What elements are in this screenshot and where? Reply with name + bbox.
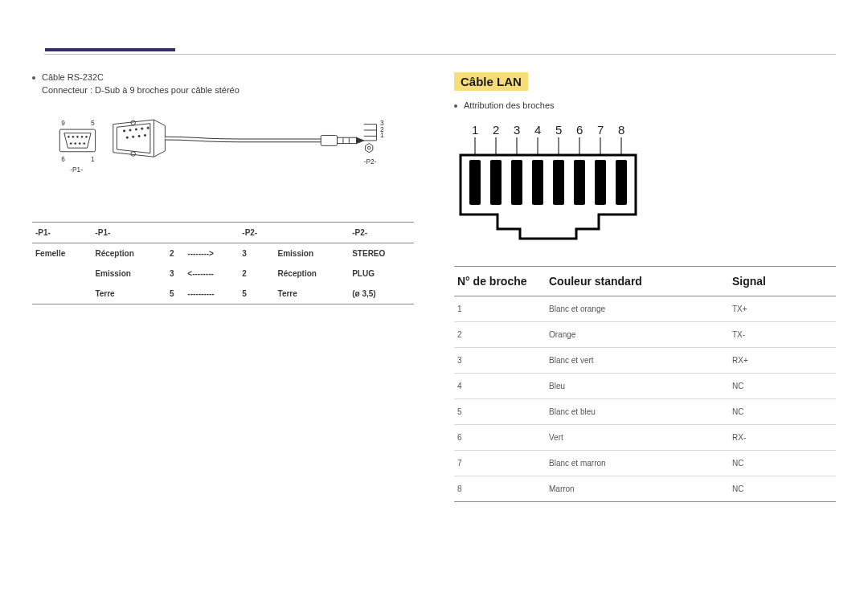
svg-point-15 <box>141 128 143 129</box>
accent-bar <box>45 48 175 51</box>
th <box>166 223 184 243</box>
pin-num: 5 <box>555 123 562 137</box>
svg-rect-45 <box>574 160 585 205</box>
td: Bleu <box>546 374 729 399</box>
th <box>275 223 350 243</box>
td: Terre <box>275 284 350 304</box>
table-row: 5Blanc et bleuNC <box>454 399 836 425</box>
th: -P1- <box>92 223 166 243</box>
pin-num: 4 <box>534 123 541 137</box>
td: 5 <box>166 284 184 304</box>
td: NC <box>729 451 836 476</box>
table-row: Femelle Réception 2 --------> 3 Emission… <box>32 243 414 264</box>
svg-rect-42 <box>511 160 522 205</box>
bullet-lan: Attribution des broches <box>454 100 836 110</box>
bullet-lan-text: Attribution des broches <box>464 100 555 110</box>
td: Blanc et bleu <box>546 399 729 425</box>
svg-point-19 <box>138 135 140 137</box>
svg-marker-30 <box>366 144 373 153</box>
svg-point-2 <box>72 136 74 137</box>
label-9: 9 <box>61 119 65 127</box>
td <box>32 284 92 304</box>
th: -P2- <box>239 223 274 243</box>
pin-num: 2 <box>493 123 499 137</box>
td: 8 <box>454 476 546 502</box>
svg-point-12 <box>124 130 125 132</box>
td: STEREO <box>349 243 414 264</box>
td: 1 <box>454 296 546 322</box>
svg-rect-43 <box>532 160 543 205</box>
td: Blanc et orange <box>546 296 729 322</box>
svg-rect-46 <box>595 160 606 205</box>
svg-point-31 <box>367 146 371 149</box>
svg-rect-21 <box>321 135 337 145</box>
rs232-table: -P1- -P1- -P2- -P2- Femelle Réception 2 … <box>32 222 414 304</box>
svg-rect-40 <box>469 160 481 205</box>
td: 5 <box>239 284 274 304</box>
td: 5 <box>454 399 546 425</box>
td: Réception <box>92 243 166 264</box>
td: 3 <box>239 243 274 264</box>
page-container: Câble RS-232C Connecteur : D-Sub à 9 bro… <box>0 0 868 534</box>
svg-point-18 <box>133 136 134 137</box>
td: Emission <box>275 243 350 264</box>
label-1: 1 <box>91 155 95 163</box>
left-column: Câble RS-232C Connecteur : D-Sub à 9 bro… <box>32 48 430 502</box>
lan-heading: Câble LAN <box>454 72 528 91</box>
svg-point-14 <box>135 129 137 130</box>
bullet-icon <box>32 76 35 80</box>
td: 6 <box>454 425 546 451</box>
pin-num: 7 <box>597 123 604 137</box>
svg-rect-47 <box>616 160 627 205</box>
td: RX- <box>729 425 836 451</box>
th-signal: Signal <box>729 267 836 296</box>
rs232-diagram: 9 5 6 1 -P1- <box>32 111 402 207</box>
td: Blanc et marron <box>546 451 729 476</box>
svg-point-10 <box>131 121 136 125</box>
pin-num: 8 <box>618 123 624 137</box>
table-row: Terre 5 ---------- 5 Terre (ø 3,5) <box>32 284 414 304</box>
td: NC <box>729 476 836 502</box>
table-row: 1Blanc et orangeTX+ <box>454 296 836 322</box>
bullet-icon <box>454 104 457 108</box>
table-row: 3Blanc et vertRX+ <box>454 348 836 374</box>
table-row: 4BleuNC <box>454 374 836 399</box>
label-5: 5 <box>91 119 95 127</box>
lan-pin-table: N° de broche Couleur standard Signal 1Bl… <box>454 266 836 502</box>
rj45-diagram: 1 2 3 4 5 6 7 8 <box>454 120 671 248</box>
td: 4 <box>454 374 546 399</box>
td: Vert <box>546 425 729 451</box>
th-pin: N° de broche <box>454 267 546 296</box>
td: --------> <box>184 243 239 264</box>
td: Orange <box>546 322 729 348</box>
svg-point-20 <box>144 134 145 136</box>
svg-point-4 <box>81 136 83 137</box>
svg-point-6 <box>70 143 72 145</box>
svg-point-16 <box>147 127 149 129</box>
td: (ø 3,5) <box>349 284 414 304</box>
label-p2: -P2- <box>364 157 377 166</box>
td: Marron <box>546 476 729 502</box>
svg-point-9 <box>84 143 85 145</box>
td: RX+ <box>729 348 836 374</box>
td <box>32 264 92 284</box>
label-r1: 1 <box>380 131 384 139</box>
th <box>184 223 239 243</box>
table-row: Emission 3 <-------- 2 Réception PLUG <box>32 264 414 284</box>
td: 2 <box>166 243 184 264</box>
td: Blanc et vert <box>546 348 729 374</box>
td: NC <box>729 399 836 425</box>
td: ---------- <box>184 284 239 304</box>
right-column: Câble LAN Attribution des broches 1 2 3 … <box>446 48 836 502</box>
svg-point-3 <box>77 136 79 137</box>
td: TX+ <box>729 296 836 322</box>
svg-rect-0 <box>59 129 95 152</box>
pin-num: 6 <box>576 123 583 137</box>
td: Réception <box>275 264 350 284</box>
table-row: 8MarronNC <box>454 476 836 502</box>
svg-point-5 <box>86 136 88 137</box>
td: Terre <box>92 284 166 304</box>
td: Femelle <box>32 243 92 264</box>
td: <-------- <box>184 264 239 284</box>
svg-point-1 <box>68 136 69 137</box>
